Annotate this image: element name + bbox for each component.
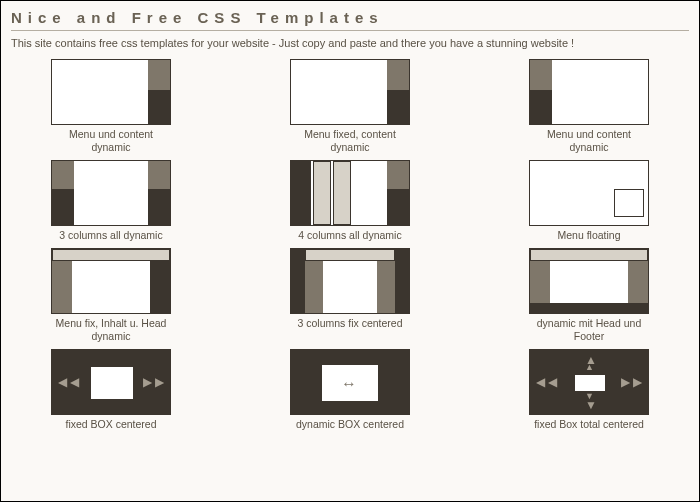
grid-row: Menu fix, Inhalt u. Head dynamic 3 colum… bbox=[41, 248, 659, 343]
template-item-3-columns-fix-centered[interactable]: 3 columns fix centered bbox=[280, 248, 420, 343]
arrow-horizontal-icon: ↔ bbox=[341, 376, 357, 392]
template-caption: fixed BOX centered bbox=[51, 418, 171, 431]
template-caption: dynamic mit Head und Footer bbox=[529, 317, 649, 343]
template-item-4-columns-dynamic[interactable]: 4 columns all dynamic bbox=[280, 160, 420, 242]
arrow-left-icon: ◀ bbox=[548, 376, 557, 388]
divider bbox=[11, 30, 689, 31]
template-thumb bbox=[290, 248, 410, 314]
template-item-menu-content-dynamic[interactable]: Menu und content dynamic bbox=[41, 59, 181, 154]
arrow-right-icon: ▶ bbox=[633, 376, 642, 388]
arrow-right-icon: ▶ bbox=[621, 376, 630, 388]
template-item-menu-content-dynamic-2[interactable]: Menu und content dynamic bbox=[519, 59, 659, 154]
template-grid: Menu und content dynamic Menu fixed, con… bbox=[11, 59, 689, 431]
arrow-down-icon: ▼ bbox=[585, 399, 597, 411]
template-item-dynamic-head-footer[interactable]: dynamic mit Head und Footer bbox=[519, 248, 659, 343]
template-item-menu-floating[interactable]: Menu floating bbox=[519, 160, 659, 242]
template-thumb bbox=[51, 160, 171, 226]
grid-row: Menu und content dynamic Menu fixed, con… bbox=[41, 59, 659, 154]
template-thumb bbox=[51, 248, 171, 314]
template-caption: fixed Box total centered bbox=[529, 418, 649, 431]
template-caption: 4 columns all dynamic bbox=[290, 229, 410, 242]
template-caption: Menu und content dynamic bbox=[51, 128, 171, 154]
arrow-left-icon: ◀ bbox=[536, 376, 545, 388]
arrow-left-icon: ◀ bbox=[58, 376, 67, 388]
template-caption: Menu fixed, content dynamic bbox=[290, 128, 410, 154]
template-caption: 3 columns fix centered bbox=[290, 317, 410, 330]
template-thumb: ▲ ▲ ▼ ▼ ◀ ◀ ▶ ▶ bbox=[529, 349, 649, 415]
template-item-3-columns-dynamic[interactable]: 3 columns all dynamic bbox=[41, 160, 181, 242]
template-thumb bbox=[51, 59, 171, 125]
template-caption: Menu floating bbox=[529, 229, 649, 242]
template-thumb bbox=[290, 160, 410, 226]
template-item-fixed-box-centered[interactable]: ◀ ◀ ▶ ▶ fixed BOX centered bbox=[41, 349, 181, 431]
arrow-right-icon: ▶ bbox=[155, 376, 164, 388]
template-thumb: ◀ ◀ ▶ ▶ bbox=[51, 349, 171, 415]
grid-row: 3 columns all dynamic 4 columns all dyna… bbox=[41, 160, 659, 242]
template-caption: dynamic BOX centered bbox=[290, 418, 410, 431]
page: Nice and Free CSS Templates This site co… bbox=[1, 1, 699, 501]
template-caption: Menu und content dynamic bbox=[529, 128, 649, 154]
template-thumb bbox=[529, 160, 649, 226]
template-caption: Menu fix, Inhalt u. Head dynamic bbox=[51, 317, 171, 343]
template-thumb bbox=[290, 59, 410, 125]
arrow-left-icon: ◀ bbox=[70, 376, 79, 388]
template-item-dynamic-box-centered[interactable]: ↔ dynamic BOX centered bbox=[280, 349, 420, 431]
template-item-menu-fix-head-dynamic[interactable]: Menu fix, Inhalt u. Head dynamic bbox=[41, 248, 181, 343]
template-thumb: ↔ bbox=[290, 349, 410, 415]
template-item-fixed-box-total-centered[interactable]: ▲ ▲ ▼ ▼ ◀ ◀ ▶ ▶ fixed Box total centered bbox=[519, 349, 659, 431]
grid-row: ◀ ◀ ▶ ▶ fixed BOX centered ↔ dynamic BOX… bbox=[41, 349, 659, 431]
template-thumb bbox=[529, 59, 649, 125]
arrow-up-icon: ▲ bbox=[585, 363, 594, 372]
page-title: Nice and Free CSS Templates bbox=[11, 9, 689, 26]
template-caption: 3 columns all dynamic bbox=[51, 229, 171, 242]
template-thumb bbox=[529, 248, 649, 314]
intro-text: This site contains free css templates fo… bbox=[11, 37, 689, 49]
arrow-right-icon: ▶ bbox=[143, 376, 152, 388]
template-item-menu-fixed-content-dynamic[interactable]: Menu fixed, content dynamic bbox=[280, 59, 420, 154]
